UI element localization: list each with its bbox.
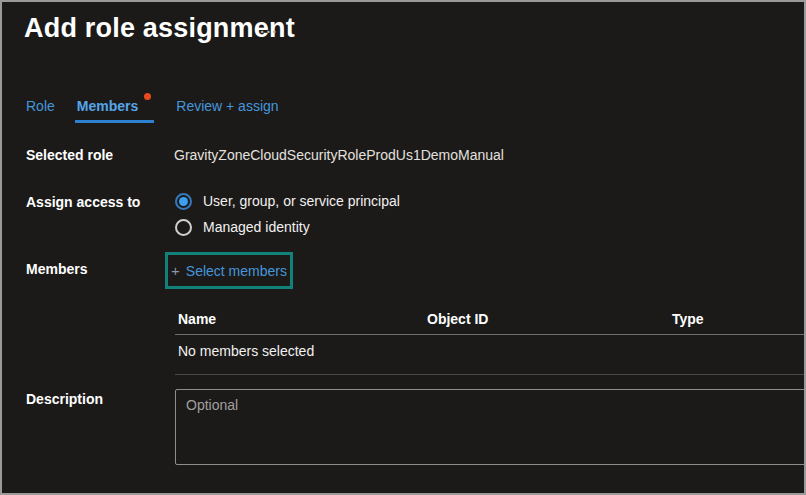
assign-access-to-label: Assign access to xyxy=(26,194,140,210)
assign-access-radio-group: User, group, or service principal Manage… xyxy=(175,192,400,236)
radio-option-user-group-label: User, group, or service principal xyxy=(203,193,400,209)
tab-members[interactable]: Members xyxy=(77,98,154,123)
selected-role-label: Selected role xyxy=(26,147,113,163)
table-header-type: Type xyxy=(672,311,704,327)
page-title: Add role assignment xyxy=(24,13,295,44)
select-members-button[interactable]: + Select members xyxy=(171,262,287,279)
tab-bar: Role Members Review + assign xyxy=(26,98,279,123)
table-row-divider xyxy=(175,374,806,375)
selected-role-value: GravityZoneCloudSecurityRoleProdUs1DemoM… xyxy=(174,147,504,163)
description-label: Description xyxy=(26,391,103,407)
tab-members-label: Members xyxy=(77,98,138,114)
radio-option-managed-identity[interactable]: Managed identity xyxy=(175,218,400,236)
tab-review-assign[interactable]: Review + assign xyxy=(176,98,278,123)
annotation-highlight-box: + Select members xyxy=(165,252,293,289)
table-empty-row: No members selected xyxy=(178,343,314,359)
table-header-name: Name xyxy=(178,311,216,327)
table-header-divider xyxy=(175,334,806,335)
description-input[interactable] xyxy=(175,389,806,465)
radio-option-managed-identity-label: Managed identity xyxy=(203,219,310,235)
radio-selected-icon[interactable] xyxy=(175,193,192,210)
members-label: Members xyxy=(26,261,87,277)
plus-icon: + xyxy=(171,262,180,279)
unsaved-changes-dot-icon xyxy=(144,93,151,100)
more-menu-icon[interactable]: ... xyxy=(260,19,279,36)
tab-role[interactable]: Role xyxy=(26,98,55,123)
add-role-assignment-page: Add role assignment ... Role Members Rev… xyxy=(0,0,806,495)
table-header-object-id: Object ID xyxy=(427,311,488,327)
radio-option-user-group[interactable]: User, group, or service principal xyxy=(175,192,400,210)
select-members-label: Select members xyxy=(186,263,287,279)
radio-unselected-icon[interactable] xyxy=(175,219,192,236)
